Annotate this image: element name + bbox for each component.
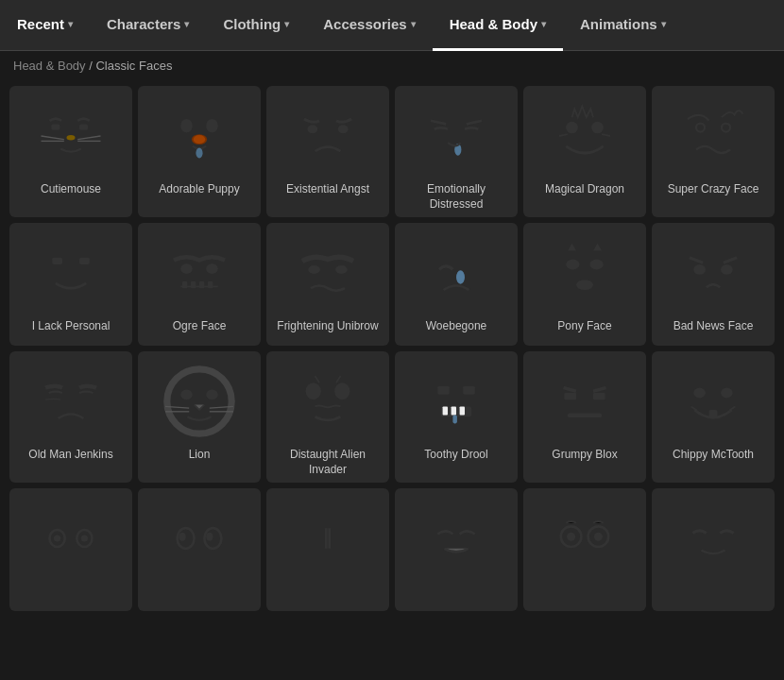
- breadcrumb: Head & Body / Classic Faces: [0, 51, 784, 80]
- item-chippy-mctooth[interactable]: Chippy McTooth: [652, 351, 775, 483]
- face-pony-face-canvas: [537, 230, 632, 315]
- svg-point-61: [54, 536, 60, 542]
- svg-point-37: [206, 390, 218, 400]
- item-bad-news-face[interactable]: Bad News Face: [652, 223, 775, 346]
- nav-head-body-label: Head & Body: [450, 16, 537, 32]
- item-i-lack-personal[interactable]: I Lack Personal: [9, 223, 132, 346]
- item-old-man-jenkins[interactable]: Old Man Jenkins: [9, 351, 132, 483]
- nav-clothing-arrow: ▾: [284, 19, 289, 29]
- item-face23[interactable]: [523, 488, 646, 611]
- item-super-crazy-face-label: Super Crazy Face: [668, 182, 759, 197]
- svg-point-43: [334, 382, 349, 400]
- item-cutiemouse-label: Cutiemouse: [41, 182, 101, 197]
- svg-rect-23: [182, 281, 187, 288]
- item-face22[interactable]: [395, 488, 518, 611]
- nav-characters[interactable]: Characters ▾: [90, 0, 206, 51]
- svg-point-42: [306, 382, 321, 400]
- item-grumpy-blox[interactable]: Grumpy Blox: [523, 351, 646, 483]
- item-distaught-alien-invader[interactable]: Distaught Alien Invader: [266, 351, 389, 483]
- item-pony-face[interactable]: Pony Face: [523, 223, 646, 346]
- svg-point-31: [589, 260, 603, 270]
- svg-point-56: [693, 388, 706, 399]
- svg-rect-53: [564, 393, 576, 400]
- svg-point-35: [167, 369, 231, 434]
- svg-rect-49: [443, 407, 448, 416]
- svg-point-66: [206, 533, 213, 541]
- item-pony-face-label: Pony Face: [557, 319, 611, 334]
- nav-animations-label: Animations: [580, 16, 657, 32]
- item-face20[interactable]: [138, 488, 261, 611]
- item-magical-dragon-label: Magical Dragon: [545, 182, 624, 197]
- nav-accessories[interactable]: Accessories ▾: [306, 0, 432, 51]
- nav-accessories-label: Accessories: [323, 16, 406, 32]
- svg-point-16: [591, 122, 604, 134]
- svg-line-3: [42, 136, 64, 140]
- breadcrumb-current: Classic Faces: [95, 59, 172, 73]
- item-lion-label: Lion: [189, 448, 211, 463]
- face-existential-angst-canvas: [281, 94, 375, 178]
- svg-rect-54: [593, 393, 605, 400]
- item-face21[interactable]: [266, 488, 389, 611]
- item-face19[interactable]: [9, 488, 132, 611]
- nav-head-body-arrow: ▾: [541, 19, 546, 29]
- item-old-man-jenkins-label: Old Man Jenkins: [28, 448, 112, 463]
- nav-recent-label: Recent: [17, 16, 64, 32]
- svg-point-65: [179, 533, 185, 541]
- item-adorable-puppy[interactable]: Adorable Puppy: [138, 86, 261, 217]
- face-adorable-puppy-canvas: [152, 94, 247, 178]
- face-grumpy-blox-canvas: [537, 359, 632, 444]
- nav-head-body[interactable]: Head & Body ▾: [433, 0, 563, 51]
- svg-point-22: [206, 264, 218, 274]
- item-emotionally-distressed[interactable]: Emotionally Distressed: [395, 86, 518, 217]
- item-frightening-unibrow[interactable]: Frightening Unibrow: [266, 223, 389, 346]
- svg-point-30: [566, 260, 579, 270]
- svg-rect-51: [460, 407, 465, 416]
- face-bad-news-face-canvas: [666, 230, 760, 315]
- svg-point-12: [307, 125, 317, 133]
- nav-animations[interactable]: Animations ▾: [563, 0, 683, 51]
- face-toothy-drool-canvas: [409, 359, 503, 444]
- face-face22-canvas: [409, 496, 503, 581]
- item-cutiemouse[interactable]: Cutiemouse: [9, 86, 132, 217]
- svg-line-44: [315, 376, 320, 382]
- nav-characters-label: Characters: [107, 16, 180, 32]
- faces-grid: Cutiemouse Adorable Puppy: [0, 80, 784, 617]
- svg-point-13: [338, 125, 349, 133]
- item-ogre-face-label: Ogre Face: [173, 319, 227, 334]
- item-existential-angst[interactable]: Existential Angst: [266, 86, 389, 217]
- item-chippy-mctooth-label: Chippy McTooth: [673, 448, 754, 463]
- breadcrumb-parent[interactable]: Head & Body: [13, 59, 86, 73]
- item-bad-news-face-label: Bad News Face: [673, 319, 754, 334]
- face-woebegone-canvas: [409, 230, 503, 315]
- svg-point-34: [721, 264, 733, 275]
- svg-rect-47: [463, 386, 475, 395]
- face-ogre-face-canvas: [152, 230, 247, 315]
- face-magical-dragon-canvas: [537, 94, 632, 178]
- svg-line-45: [336, 376, 341, 382]
- svg-rect-55: [568, 414, 602, 418]
- item-woebegone[interactable]: Woebegone: [395, 223, 518, 346]
- svg-point-18: [722, 124, 730, 132]
- svg-rect-19: [52, 258, 62, 264]
- svg-point-7: [180, 119, 193, 132]
- face-face24-canvas: [666, 496, 760, 581]
- face-old-man-jenkins-canvas: [24, 359, 118, 444]
- item-super-crazy-face[interactable]: Super Crazy Face: [652, 86, 775, 217]
- nav-recent[interactable]: Recent ▾: [0, 0, 90, 51]
- item-face24[interactable]: [652, 488, 775, 611]
- nav-clothing[interactable]: Clothing ▾: [206, 0, 306, 51]
- face-face19-canvas: [24, 496, 118, 581]
- item-ogre-face[interactable]: Ogre Face: [138, 223, 261, 346]
- item-toothy-drool-label: Toothy Drool: [424, 448, 487, 463]
- face-face20-canvas: [152, 496, 247, 581]
- item-toothy-drool[interactable]: Toothy Drool: [395, 351, 518, 483]
- item-magical-dragon[interactable]: Magical Dragon: [523, 86, 646, 217]
- face-emotionally-distressed-canvas: [409, 94, 503, 178]
- item-woebegone-label: Woebegone: [426, 319, 487, 334]
- face-face23-canvas: [537, 496, 632, 581]
- face-lion-canvas: [152, 359, 247, 444]
- face-face21-canvas: [281, 496, 375, 581]
- item-lion[interactable]: Lion: [138, 351, 261, 483]
- nav-accessories-arrow: ▾: [411, 19, 416, 29]
- item-grumpy-blox-label: Grumpy Blox: [552, 448, 617, 463]
